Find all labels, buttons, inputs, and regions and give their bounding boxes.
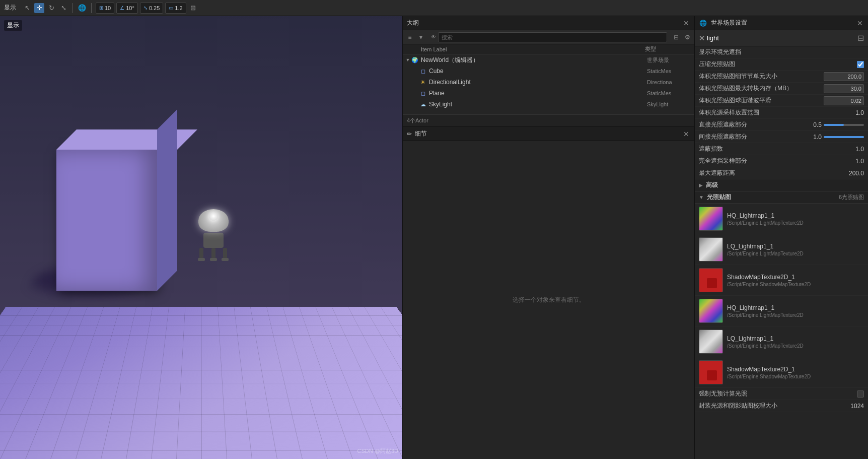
sep2: [91, 3, 92, 13]
ratio-icon: ▭: [169, 5, 173, 11]
grid-value: 10: [105, 5, 111, 11]
ws-slider-indirect-occ[interactable]: [824, 136, 864, 138]
ws-label-vol-detail: 体积光照贴图细节节单元大小: [699, 72, 824, 81]
scale-icon: ⤡: [143, 5, 148, 11]
outliner-menu-btn[interactable]: ⊟: [671, 32, 681, 42]
ws-section-advanced[interactable]: ▶ 高级: [695, 179, 868, 191]
dirlight-type: Directiona: [647, 79, 692, 85]
outliner-columns: Item Label 类型: [403, 44, 694, 54]
outliner-search-input[interactable]: [438, 32, 667, 42]
lightmap-thumb-1: [699, 237, 723, 261]
tree-item-dirlight[interactable]: ☀ DirectionalLight Directiona: [403, 77, 694, 88]
lightmap-section-header: ▼ 光照贴图 6光照贴图: [695, 191, 868, 204]
skylight-actor: [193, 209, 234, 259]
lightmap-item-2[interactable]: ShadowMapTexture2D_1 /Script/Engine.Shad…: [695, 265, 868, 296]
outliner-down-btn[interactable]: ▾: [416, 32, 426, 42]
dirlight-expand-icon: [413, 79, 419, 85]
scale-display[interactable]: ⤡ 0.25: [140, 3, 163, 14]
lightmap-name-2: ShadowMapTexture2D_1: [727, 274, 864, 281]
tree-item-plane[interactable]: ◻ Plane StaticMes: [403, 88, 694, 99]
lightmap-item-0[interactable]: HQ_Lightmap1_1 /Script/Engine.LightMapTe…: [695, 204, 868, 234]
plane-icon: ◻: [419, 89, 427, 97]
rotate-tool-btn[interactable]: ↻: [46, 3, 56, 13]
main-area: 显示 CSDN @阿赵3D 大纲 ✕ ≡ ▾ 👁: [0, 16, 868, 459]
ws-slider-fill-direct: [824, 124, 844, 126]
ws-search-close-btn[interactable]: ✕: [699, 34, 705, 42]
outliner-panel: 大纲 ✕ ≡ ▾ 👁 ⊟ ⚙ Item Label: [403, 16, 694, 127]
lightmap-item-4[interactable]: LQ_Lightmap1_1 /Script/Engine.LightMapTe…: [695, 326, 868, 357]
ws-label-vol-mem: 体积光照贴图最大转块内存（MB）: [699, 84, 824, 93]
viewport[interactable]: 显示 CSDN @阿赵3D: [0, 16, 402, 459]
ws-row-env-ao: 显示环境光遮挡: [695, 46, 868, 58]
angle-display[interactable]: ∠ 10°: [116, 3, 138, 14]
lightmap-thumb-5: [699, 360, 723, 384]
tree-item-world[interactable]: ▼ 🌍 NewWorld（编辑器） 世界场景: [403, 54, 694, 65]
lightmap-item-3[interactable]: HQ_Lightmap1_1 /Script/Engine.LightMapTe…: [695, 296, 868, 326]
lightmap-arrow[interactable]: ▼: [699, 194, 704, 200]
grid-display[interactable]: ⊞ 10: [96, 3, 114, 14]
cube-type: StaticMes: [647, 68, 692, 74]
ws-input-vol-smooth[interactable]: [824, 96, 864, 105]
world-type: 世界场景: [647, 56, 692, 64]
robot-leg-center: [211, 248, 215, 260]
lightmap-info-3: HQ_Lightmap1_1 /Script/Engine.LightMapTe…: [727, 304, 864, 318]
ws-label-indirect-occ: 间接光照遮蔽部分: [699, 133, 781, 141]
ws-slider-direct-occ[interactable]: [824, 124, 864, 126]
cursor-tool-btn[interactable]: ↖: [22, 3, 32, 13]
ws-globe-icon: 🌐: [699, 19, 707, 27]
tree-item-cube[interactable]: ◻ Cube StaticMes: [403, 65, 694, 77]
ws-advanced-arrow: ▶: [699, 182, 703, 188]
dirlight-icon: ☀: [419, 78, 427, 86]
main-toolbar: 显示 ↖ ✛ ↻ ⤡ 🌐 ⊞ 10 ∠ 10° ⤡ 0.25 ▭ 1.2 ⊟: [0, 0, 868, 16]
lightmap-name-3: HQ_Lightmap1_1: [727, 304, 864, 311]
world-expand-icon[interactable]: ▼: [405, 57, 411, 63]
outliner-close-btn[interactable]: ✕: [682, 19, 690, 27]
cube: [56, 150, 157, 291]
outliner-toolbar: ≡ ▾ 👁 ⊟ ⚙: [403, 30, 694, 44]
ws-label-shadow-size: 封装光源和阴影贴图校理大小: [699, 402, 824, 410]
outliner-header: 大纲 ✕: [403, 16, 694, 30]
lightmap-path-1: /Script/Engine.LightMapTexture2D: [727, 251, 864, 256]
ws-row-max-dist: 最大遮蔽距离 200.0: [695, 167, 868, 179]
ws-search-input[interactable]: [707, 34, 855, 42]
outliner-content: ▼ 🌍 NewWorld（编辑器） 世界场景 ◻ Cube StaticMes: [403, 54, 694, 114]
lightmap-path-2: /Script/Engine.ShadowMapTexture2D: [727, 282, 864, 287]
ws-label-force-no-precompute: 强制无预计算光照: [699, 389, 857, 398]
world-icon: 🌍: [411, 56, 419, 64]
move-tool-btn[interactable]: ✛: [34, 3, 44, 13]
world-settings-panel: 🌐 世界场景设置 ✕ ✕ ⊟ 显示环境光遮挡 压缩光照贴图: [694, 16, 868, 459]
lightmap-item-1[interactable]: LQ_Lightmap1_1 /Script/Engine.LightMapTe…: [695, 234, 868, 265]
tree-item-skylight[interactable]: ☁ SkyLight SkyLight: [403, 99, 694, 110]
details-header: ✏ 细节 ✕: [403, 127, 694, 141]
ws-row-direct-occ: 直接光照遮蔽部分 0.5: [695, 119, 868, 131]
lightmap-title: 光照贴图: [707, 193, 839, 202]
lightmap-info-2: ShadowMapTexture2D_1 /Script/Engine.Shad…: [727, 274, 864, 287]
layout-btn[interactable]: ⊟: [188, 3, 198, 13]
scale-tool-btn[interactable]: ⤡: [58, 3, 68, 13]
skylight-icon: ☁: [419, 100, 427, 108]
world-local-btn[interactable]: 🌐: [77, 3, 87, 13]
ws-label-direct-occ: 直接光照遮蔽部分: [699, 120, 781, 129]
ratio-display[interactable]: ▭ 1.2: [165, 3, 186, 14]
ws-close-btn[interactable]: ✕: [856, 19, 864, 27]
ws-checkbox-compress[interactable]: [857, 61, 864, 68]
ws-checkbox-force[interactable]: [857, 390, 864, 398]
ws-input-vol-detail[interactable]: [824, 72, 864, 81]
lightmap-name-5: ShadowMapTexture2D_1: [727, 366, 864, 373]
ws-value-occ-exp: 1.0: [824, 146, 864, 153]
grid-icon: ⊞: [99, 5, 103, 11]
outliner-filter-btn[interactable]: ≡: [405, 32, 415, 42]
ws-settings-icon[interactable]: ⊟: [857, 33, 864, 43]
lightmap-item-5[interactable]: ShadowMapTexture2D_1 /Script/Engine.Shad…: [695, 357, 868, 388]
ws-input-vol-mem[interactable]: [824, 84, 864, 93]
lightmap-path-5: /Script/Engine.ShadowMapTexture2D: [727, 374, 864, 379]
right-panels: 大纲 ✕ ≡ ▾ 👁 ⊟ ⚙ Item Label: [402, 16, 694, 459]
dirlight-name: DirectionalLight: [429, 79, 647, 86]
ws-row-vol-smooth: 体积光照贴图球面谐波平滑: [695, 95, 868, 107]
cube-name: Cube: [429, 68, 647, 75]
details-close-btn[interactable]: ✕: [682, 130, 690, 138]
outliner-eye-btn[interactable]: 👁: [430, 34, 437, 41]
outliner-settings-btn[interactable]: ⚙: [682, 32, 692, 42]
col-item-label[interactable]: Item Label: [421, 46, 645, 52]
lightmap-path-0: /Script/Engine.LightMapTexture2D: [727, 220, 864, 226]
